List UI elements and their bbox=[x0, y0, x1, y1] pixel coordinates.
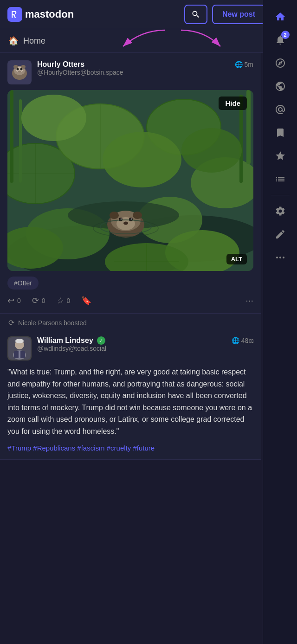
notifications-badge: 2 bbox=[281, 31, 290, 39]
fav-count-otters: 0 bbox=[67, 297, 71, 304]
sidebar-item-edit[interactable] bbox=[270, 224, 291, 245]
svg-point-61 bbox=[276, 257, 278, 258]
globe-icon-william: 🌐 bbox=[232, 337, 239, 344]
star-icon: ☆ bbox=[57, 296, 64, 306]
boost-button-otters[interactable]: ⟳ 0 bbox=[32, 296, 45, 306]
new-post-button[interactable]: New post bbox=[212, 5, 265, 24]
reply-count-otters: 0 bbox=[17, 297, 21, 304]
author-name-william: William Lindsey bbox=[37, 336, 93, 345]
sidebar-item-mentions[interactable] bbox=[270, 99, 291, 120]
post-header-otters: Hourly Otters 🌐 5m @HourlyOtters@botsin.… bbox=[7, 60, 253, 84]
alt-button[interactable]: ALT bbox=[226, 254, 247, 264]
svg-point-63 bbox=[283, 257, 284, 258]
sidebar-item-explore[interactable] bbox=[270, 53, 291, 73]
post-image-otters: Hide ALT bbox=[7, 90, 253, 271]
globe-icon-otters: 🌐 bbox=[235, 61, 243, 68]
svg-rect-30 bbox=[10, 90, 13, 183]
reply-button-otters[interactable]: ↩ 0 bbox=[7, 296, 21, 306]
sidebar-item-favourites[interactable] bbox=[270, 146, 291, 166]
bookmark-icon: 🔖 bbox=[81, 296, 91, 306]
svg-point-47 bbox=[133, 212, 142, 219]
post-actions-otters: ↩ 0 ⟳ 0 ☆ 0 🔖 ··· bbox=[7, 295, 253, 306]
post-card-otters: Hourly Otters 🌐 5m @HourlyOtters@botsin.… bbox=[0, 53, 261, 314]
boost-indicator: ⟳ Nicole Parsons boosted bbox=[0, 314, 261, 329]
post-header-william: William Lindsey ✓ 🌐 48m @wdlindsy@toad.s… bbox=[7, 336, 254, 361]
boost-count-otters: 0 bbox=[42, 297, 45, 304]
svg-rect-31 bbox=[19, 99, 22, 183]
home-label: Home bbox=[23, 36, 45, 46]
logo-icon bbox=[7, 7, 22, 22]
sidebar-item-home[interactable] bbox=[270, 6, 291, 27]
svg-rect-60 bbox=[19, 351, 20, 358]
boost-icon-indicator: ⟳ bbox=[8, 318, 14, 327]
content-area: Hourly Otters 🌐 5m @HourlyOtters@botsin.… bbox=[0, 53, 261, 644]
favourite-button-otters[interactable]: ☆ 0 bbox=[57, 296, 71, 306]
more-button-otters[interactable]: ··· bbox=[245, 295, 253, 306]
otter-avatar[interactable] bbox=[7, 60, 32, 84]
boost-indicator-wrapper: ⟳ Nicole Parsons boosted bbox=[0, 314, 261, 460]
svg-rect-33 bbox=[246, 90, 251, 164]
svg-point-44 bbox=[131, 219, 132, 220]
post-tags-william: #Trump #Republicans #fascism #cruelty #f… bbox=[7, 444, 254, 452]
post-handle-otters: @HourlyOtters@botsin.space bbox=[37, 69, 253, 76]
svg-point-35 bbox=[103, 132, 181, 187]
post-time-otters: 🌐 5m bbox=[235, 61, 253, 68]
svg-point-45 bbox=[123, 222, 128, 225]
sidebar-item-live[interactable] bbox=[270, 76, 291, 97]
home-bar: 🏠 Home ⚙️ bbox=[0, 29, 297, 53]
svg-point-12 bbox=[18, 71, 21, 72]
post-info-otters: Hourly Otters 🌐 5m @HourlyOtters@botsin.… bbox=[37, 60, 253, 76]
svg-point-36 bbox=[181, 128, 242, 173]
post-text-william: "What is true: Trump, and the right, are… bbox=[7, 366, 254, 438]
svg-point-14 bbox=[21, 65, 26, 69]
sidebar-item-settings[interactable] bbox=[270, 201, 291, 221]
boost-by-label: Nicole Parsons boosted bbox=[18, 319, 87, 327]
author-name-otters: Hourly Otters bbox=[37, 60, 84, 69]
app-header: mastodon New post bbox=[0, 0, 297, 29]
logo: mastodon bbox=[7, 7, 74, 22]
bookmark-button-otters[interactable]: 🔖 bbox=[81, 296, 91, 306]
hashtag-otter[interactable]: #Otter bbox=[7, 277, 39, 290]
post-card-william: William Lindsey ✓ 🌐 48m @wdlindsy@toad.s… bbox=[0, 329, 261, 460]
svg-point-46 bbox=[110, 212, 119, 219]
sidebar-item-more[interactable] bbox=[270, 247, 291, 268]
svg-point-34 bbox=[21, 95, 86, 141]
sidebar-item-lists[interactable] bbox=[270, 169, 291, 189]
boost-icon: ⟳ bbox=[32, 296, 39, 306]
svg-point-58 bbox=[15, 339, 24, 343]
search-button[interactable] bbox=[184, 5, 207, 24]
sidebar-item-notifications[interactable]: 2 bbox=[270, 30, 291, 50]
svg-point-43 bbox=[121, 219, 122, 220]
hide-button[interactable]: Hide bbox=[219, 97, 247, 110]
sidebar-item-bookmarks[interactable] bbox=[270, 122, 291, 143]
svg-point-13 bbox=[13, 65, 18, 69]
time-otters: 5m bbox=[245, 61, 253, 68]
right-sidebar: 2 bbox=[263, 0, 297, 644]
reply-icon: ↩ bbox=[7, 296, 14, 306]
post-handle-william: @wdlindsy@toad.social bbox=[37, 345, 254, 352]
more-button-william[interactable]: ··· bbox=[246, 336, 254, 347]
home-title-area: 🏠 Home bbox=[8, 36, 45, 46]
svg-point-62 bbox=[279, 257, 281, 258]
post-info-william: William Lindsey ✓ 🌐 48m @wdlindsy@toad.s… bbox=[37, 336, 254, 352]
sidebar-divider bbox=[271, 195, 290, 195]
verified-badge: ✓ bbox=[97, 336, 105, 345]
logo-text: mastodon bbox=[25, 8, 74, 20]
william-avatar[interactable] bbox=[7, 336, 32, 361]
home-icon: 🏠 bbox=[8, 36, 19, 46]
